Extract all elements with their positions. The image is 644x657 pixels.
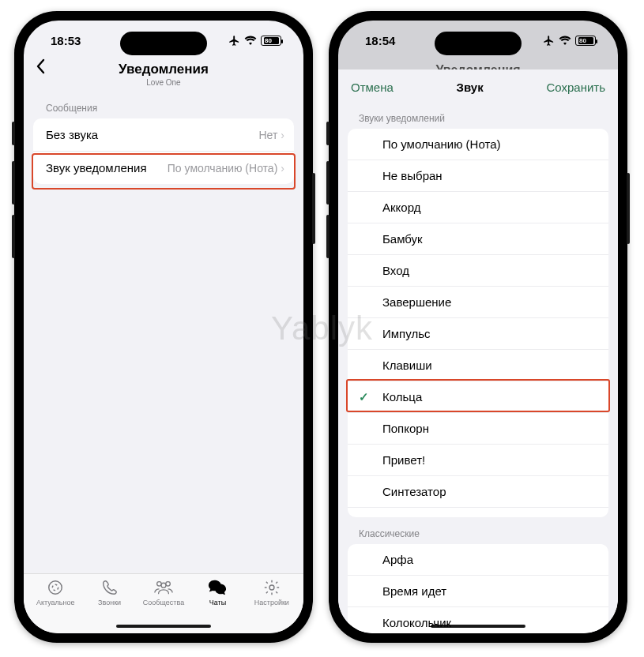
side-button [12,215,15,258]
dynamic-island [435,32,522,55]
side-button [326,161,330,205]
sound-option[interactable]: Время идет [348,575,608,606]
sound-option[interactable]: Клавиши [348,349,608,381]
tab-updates[interactable]: Актуальное [28,579,82,619]
tab-calls[interactable]: Звонки [82,579,136,619]
sound-label: По умолчанию (Нота) [382,137,501,151]
svg-point-4 [161,583,166,588]
sound-label: Эхо-импульс [382,516,454,517]
side-button [326,215,330,258]
svg-point-5 [269,585,274,590]
sound-option[interactable]: Синтезатор [348,475,608,507]
checkmark-icon: ✓ [359,390,369,404]
page-subtitle: Love One [119,78,209,87]
sound-label: Не выбран [382,169,443,182]
row-label: Без звука [46,128,258,141]
airplane-icon [228,35,240,47]
wifi-icon [244,36,257,45]
dynamic-island [120,32,207,55]
row-value: Нет [258,129,277,141]
sound-option[interactable]: Не выбран [348,160,608,191]
tab-label: Актуальное [36,599,75,606]
phone-left: 18:53 80 [14,11,313,643]
updates-icon [47,579,64,596]
sound-option[interactable]: ✓Кольца [348,381,608,412]
row-label: Звук уведомления [46,161,168,175]
back-button[interactable] [35,58,46,79]
sound-label: Попкорн [382,422,429,435]
sound-option[interactable]: Бамбук [348,223,608,254]
tab-communities[interactable]: Сообщества [137,579,190,619]
row-value: По умолчанию (Нота) [168,162,278,175]
chevron-right-icon: › [281,129,284,141]
sound-label: Бамбук [382,232,423,246]
communities-icon [153,579,174,596]
screen-notifications: 18:53 80 [24,21,303,633]
tab-label: Звонки [98,599,121,606]
screen-sound-picker: 18:54 80 Уведомления [338,21,618,633]
sound-option[interactable]: Арфа [348,544,608,575]
sound-label: Аккорд [382,201,420,214]
sound-label: Завершение [382,295,451,309]
sound-label: Синтезатор [382,485,446,498]
chevron-right-icon: › [281,162,284,175]
sound-option[interactable]: Завершение [348,286,608,317]
row-notification-sound[interactable]: Звук уведомления По умолчанию (Нота) › [33,151,294,184]
classic-list: АрфаВремя идетКолокольчик [348,544,608,633]
battery-icon: 80 [261,36,281,46]
section-header: Звуки уведомлений [338,102,618,129]
save-button[interactable]: Сохранить [546,81,605,94]
section-header: Классические [338,517,618,544]
home-indicator[interactable] [431,625,525,628]
svg-point-0 [49,581,62,595]
sound-option[interactable]: Привет! [348,444,608,475]
tab-chats[interactable]: Чаты [190,579,244,619]
page-title: Уведомления [119,62,209,77]
side-button [12,122,15,145]
side-button [326,122,330,145]
sound-label: Клавиши [382,359,432,372]
sound-option[interactable]: Аккорд [348,191,608,223]
modal-header: Отмена Звук Сохранить [338,69,618,102]
svg-point-2 [157,582,162,587]
home-indicator[interactable] [116,625,211,628]
phone-right: 18:54 80 Уведомления [329,11,627,643]
sound-option[interactable]: Попкорн [348,412,608,444]
side-button [12,161,15,205]
sound-option[interactable]: Вход [348,254,608,286]
sound-label: Импульс [382,327,430,340]
settings-list: Без звука Нет › Звук уведомления По умол… [33,118,294,184]
side-button [312,173,315,244]
sound-label: Время идет [382,584,446,598]
tab-label: Сообщества [143,599,184,606]
sound-label: Вход [382,264,409,277]
nav-header: Уведомления Love One [24,60,303,93]
tab-settings[interactable]: Настройки [245,579,299,619]
section-header: Сообщения [24,93,303,118]
row-mute[interactable]: Без звука Нет › [33,118,294,151]
svg-point-1 [53,584,58,590]
sound-label: Кольца [382,390,422,404]
tab-label: Настройки [254,599,289,606]
phone-icon [101,579,119,596]
sound-option[interactable]: Эхо-импульс [348,507,608,517]
chats-icon [208,579,227,596]
cancel-button[interactable]: Отмена [351,81,394,94]
sound-modal: Отмена Звук Сохранить Звуки уведомлений … [338,69,618,633]
svg-point-3 [166,582,171,587]
sounds-list: По умолчанию (Нота)Не выбранАккордБамбук… [348,129,608,517]
sound-option[interactable]: Колокольчик [348,606,608,633]
sound-label: Арфа [382,553,413,566]
modal-title: Звук [457,81,484,94]
sound-label: Привет! [382,453,425,467]
tab-label: Чаты [209,599,226,606]
sound-option[interactable]: Импульс [348,317,608,349]
gear-icon [263,579,281,596]
status-time: 18:53 [51,34,81,47]
side-button [627,173,630,244]
sound-option[interactable]: По умолчанию (Нота) [348,129,608,160]
